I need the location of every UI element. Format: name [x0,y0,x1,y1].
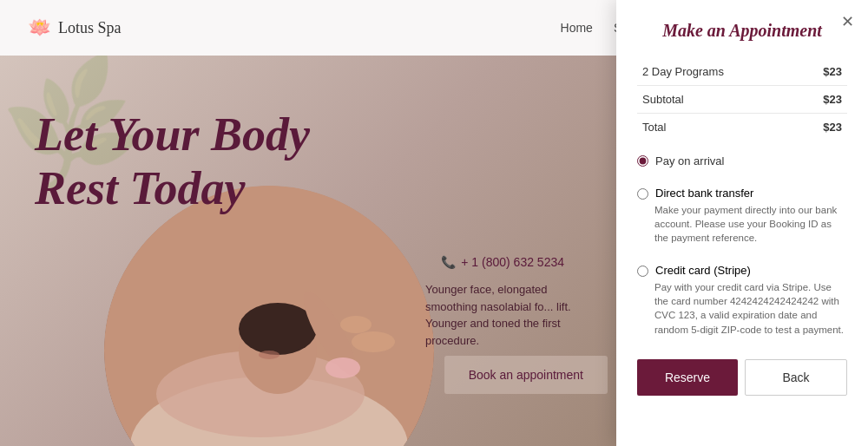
nav-home[interactable]: Home [561,21,593,35]
order-row-subtotal: Subtotal $23 [637,86,847,114]
reserve-button[interactable]: Reserve [637,359,738,396]
svg-point-4 [239,303,317,355]
payment-option-card: Credit card (Stripe) Pay with your credi… [637,264,847,336]
svg-point-8 [352,331,395,352]
subtotal-label: Subtotal [637,86,797,114]
order-row-programs: 2 Day Programs $23 [637,58,847,86]
payment-options: Pay on arrival Direct bank transfer Make… [637,154,847,342]
modal-actions: Reserve Back [637,359,847,396]
payment-radio-arrival[interactable] [637,155,648,167]
payment-option-arrival: Pay on arrival [637,154,847,167]
bank-transfer-row: Direct bank transfer [637,187,847,200]
phone-icon: 📞 [441,255,456,269]
order-summary-table: 2 Day Programs $23 Subtotal $23 Total $2… [637,58,847,141]
payment-label-arrival[interactable]: Pay on arrival [655,154,724,167]
lotus-icon: 🪷 [28,16,51,39]
payment-label-bank[interactable]: Direct bank transfer [655,187,753,200]
close-button[interactable]: ✕ [841,14,854,30]
payment-radio-card[interactable] [637,266,648,277]
payment-label-card[interactable]: Credit card (Stripe) [655,264,751,277]
logo-text: Lotus Spa [58,19,122,37]
appointment-modal: ✕ Make an Appointment 2 Day Programs $23… [616,0,868,446]
order-item-value: $23 [797,58,847,86]
payment-option-bank: Direct bank transfer Make your payment d… [637,187,847,245]
payment-radio-bank[interactable] [637,188,648,200]
order-row-total: Total $23 [637,114,847,141]
book-appointment-button[interactable]: Book an appointment [444,356,608,394]
bank-transfer-description: Make your payment directly into our bank… [637,203,847,245]
total-label: Total [637,114,797,141]
logo-area: 🪷 Lotus Spa [28,16,561,39]
svg-point-7 [326,357,360,378]
order-item-label: 2 Day Programs [637,58,797,86]
modal-title: Make an Appointment [637,21,847,41]
svg-point-5 [259,351,279,359]
subtotal-value: $23 [797,86,847,114]
hero-title: Let Your Body Rest Today [35,108,310,215]
hero-phone: 📞 + 1 (800) 632 5234 [441,255,564,269]
total-value: $23 [797,114,847,141]
back-button[interactable]: Back [745,359,847,396]
credit-card-description: Pay with your credit card via Stripe. Us… [637,280,847,336]
svg-point-9 [340,316,372,333]
credit-card-row: Credit card (Stripe) [637,264,847,277]
hero-section: 🌿 [0,56,616,446]
hero-description: Younger face, elongated smoothing nasola… [425,281,599,349]
